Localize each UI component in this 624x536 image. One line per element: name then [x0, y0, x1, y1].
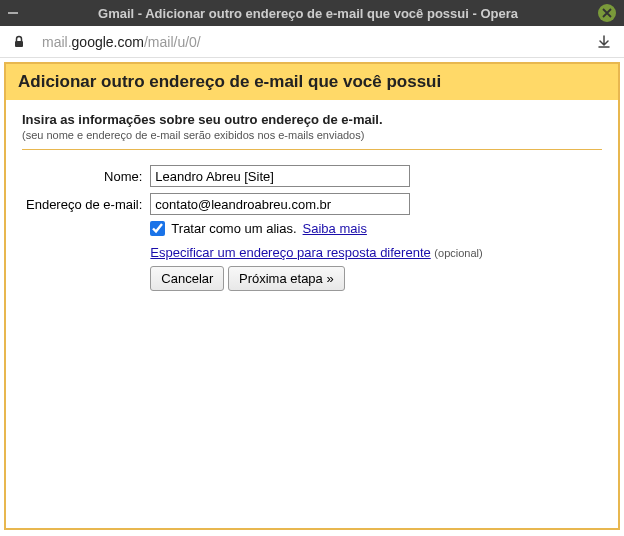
url-domain: google.com	[72, 34, 144, 50]
learn-more-link[interactable]: Saiba mais	[303, 221, 367, 236]
svg-rect-0	[8, 12, 18, 14]
download-icon[interactable]	[596, 34, 612, 50]
email-label: Endereço de e-mail:	[22, 190, 146, 218]
cancel-button[interactable]: Cancelar	[150, 266, 224, 291]
lock-icon	[12, 35, 26, 49]
reply-address-link[interactable]: Especificar um endereço para resposta di…	[150, 245, 430, 260]
url-path: /mail/u/0/	[144, 34, 201, 50]
close-icon[interactable]	[598, 4, 616, 22]
dialog-box: Adicionar outro endereço de e-mail que v…	[4, 62, 620, 530]
instruction-sub: (seu nome e endereço de e-mail serão exi…	[22, 129, 602, 141]
window-titlebar: Gmail - Adicionar outro endereço de e-ma…	[0, 0, 624, 26]
name-input[interactable]	[150, 165, 410, 187]
dialog-header: Adicionar outro endereço de e-mail que v…	[6, 64, 618, 100]
dialog-title: Adicionar outro endereço de e-mail que v…	[18, 72, 606, 92]
name-label: Nome:	[22, 162, 146, 190]
next-button[interactable]: Próxima etapa »	[228, 266, 345, 291]
alias-checkbox[interactable]	[150, 221, 165, 236]
url-display[interactable]: mail.google.com/mail/u/0/	[42, 34, 201, 50]
address-bar: mail.google.com/mail/u/0/	[0, 26, 624, 58]
alias-label: Tratar como um alias.	[171, 221, 296, 236]
divider	[22, 149, 602, 150]
form-table: Nome: Endereço de e-mail: Tratar como um…	[22, 162, 487, 294]
window-title: Gmail - Adicionar outro endereço de e-ma…	[18, 6, 598, 21]
optional-label: (opcional)	[434, 247, 482, 259]
url-part: mail.	[42, 34, 72, 50]
instruction-text: Insira as informações sobre seu outro en…	[22, 112, 602, 127]
email-input[interactable]	[150, 193, 410, 215]
minimize-icon[interactable]	[8, 6, 18, 21]
svg-rect-1	[15, 41, 23, 47]
